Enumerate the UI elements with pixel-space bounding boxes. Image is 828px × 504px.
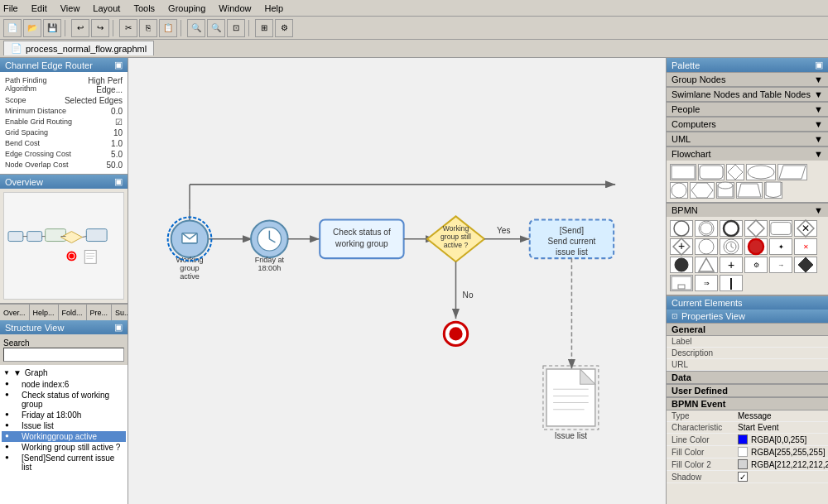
tree-item-issue-list[interactable]: Issue list — [2, 420, 126, 431]
uml-header[interactable]: UML ▼ — [667, 132, 828, 146]
svg-text:Issue list: Issue list — [555, 431, 588, 440]
bpmn-cross[interactable]: ✕ — [794, 238, 817, 255]
flowchart-parallelogram[interactable] — [777, 164, 807, 180]
flowchart-trapezoid[interactable] — [736, 182, 763, 199]
undo-button[interactable]: ↩ — [71, 19, 89, 37]
fit-button[interactable]: ⊡ — [227, 19, 245, 37]
general-section-header[interactable]: General — [667, 324, 828, 336]
flowchart-rounded-rect[interactable] — [698, 164, 724, 180]
computers-header[interactable]: Computers ▼ — [667, 117, 828, 131]
bpmn-plus-gateway[interactable]: + — [670, 238, 693, 255]
paste-button[interactable]: 📋 — [159, 19, 177, 37]
svg-point-73 — [724, 221, 739, 236]
left-tabs: Over... Help... Fold... Pre... Su... — [0, 304, 128, 320]
save-button[interactable]: 💾 — [43, 19, 61, 37]
svg-marker-87 — [699, 258, 714, 271]
people-header[interactable]: People ▼ — [667, 102, 828, 116]
new-button[interactable]: 📄 — [3, 19, 22, 37]
flowchart-oval[interactable] — [746, 164, 776, 180]
left-tab-pre[interactable]: Pre... — [87, 305, 113, 320]
bpmn-task[interactable] — [769, 220, 792, 237]
toolbar-sep-4 — [248, 20, 252, 36]
settings-button[interactable]: ⚙ — [275, 19, 293, 37]
menu-grouping[interactable]: Grouping — [168, 3, 205, 13]
flowchart-header[interactable]: Flowchart ▼ — [667, 146, 828, 161]
props-section-bpmn-event: BPMN Event Type Message Characteristic S… — [667, 397, 828, 483]
swimlane-header[interactable]: Swimlane Nodes and Table Nodes ▼ — [667, 87, 828, 101]
bpmn-circle-task[interactable] — [695, 238, 718, 255]
right-panel: Palette ▣ Group Nodes ▼ Swimlane Nodes a… — [667, 58, 828, 504]
bpmn-intermediate[interactable] — [695, 220, 718, 237]
canvas-area[interactable]: Working group active Friday at 18:00h Ch… — [128, 58, 667, 504]
bpmn-timer-start[interactable] — [720, 238, 743, 255]
bpmn-arrow-right[interactable]: → — [769, 257, 792, 273]
left-tab-help[interactable]: Help... — [30, 305, 59, 320]
left-tab-over[interactable]: Over... — [0, 305, 30, 320]
flowchart-circle[interactable] — [670, 182, 688, 199]
computers-expand: ▼ — [814, 119, 823, 129]
menu-file[interactable]: File — [3, 3, 18, 13]
svg-point-85 — [749, 239, 763, 254]
tree-item-check-status[interactable]: Check status of working group — [2, 390, 126, 410]
left-tab-su[interactable]: Su... — [112, 305, 128, 320]
flowchart-hexagon[interactable] — [690, 182, 715, 199]
overview-header[interactable]: Overview ▣ — [0, 175, 128, 189]
copy-button[interactable]: ⎘ — [139, 19, 157, 37]
main-tab[interactable]: 📄 process_normal_flow.graphml — [3, 41, 154, 55]
flowchart-rect[interactable] — [670, 164, 696, 180]
bpmn-circle-filled[interactable] — [670, 257, 693, 273]
open-button[interactable]: 📂 — [23, 19, 41, 37]
bpmn-diamond-filled[interactable] — [794, 257, 817, 273]
tree-graph-group[interactable]: ▼ Graph — [2, 367, 126, 379]
menu-window[interactable]: Window — [219, 3, 251, 13]
bpmn-pipe[interactable]: | — [720, 275, 743, 291]
bpmn-plus[interactable]: + — [720, 257, 743, 273]
props-section-user-defined: User Defined — [667, 384, 828, 397]
menu-layout[interactable]: Layout — [93, 3, 120, 13]
menu-view[interactable]: View — [60, 3, 80, 13]
zoom-in-button[interactable]: 🔍 — [187, 19, 205, 37]
bpmn-star[interactable]: ✦ — [769, 238, 792, 255]
svg-rect-75 — [771, 223, 791, 235]
tree-item-node-index[interactable]: node index:6 — [2, 379, 126, 390]
tree-item-send[interactable]: [Send]Send current issue list — [2, 453, 126, 473]
group-nodes-label: Group Nodes — [672, 74, 725, 84]
svg-text:No: No — [463, 290, 474, 300]
bpmn-triangle[interactable] — [695, 257, 718, 273]
shadow-checkbox[interactable]: ✓ — [738, 472, 748, 482]
bpmn-start-event[interactable] — [670, 220, 693, 237]
bpmn-gateway[interactable] — [744, 220, 768, 237]
flowchart-cylinder[interactable] — [716, 182, 734, 199]
bpmn-x-gateway[interactable]: ✕ — [794, 220, 817, 237]
flowchart-document[interactable] — [764, 182, 782, 199]
tree-item-friday[interactable]: Friday at 18:00h — [2, 410, 126, 420]
group-nodes-header[interactable]: Group Nodes ▼ — [667, 72, 828, 86]
menu-edit[interactable]: Edit — [31, 3, 47, 13]
channel-edge-router-header[interactable]: Channel Edge Router ▣ — [0, 58, 128, 72]
bpmn-message-end[interactable] — [744, 238, 768, 255]
bpmn-gear[interactable]: ⚙ — [744, 257, 768, 273]
menu-help[interactable]: Help — [264, 3, 283, 13]
palette-section-uml: UML ▼ — [667, 132, 828, 146]
bpmn-end-event[interactable] — [720, 220, 743, 237]
prop-characteristic: Characteristic Start Event — [667, 422, 828, 434]
search-input[interactable] — [3, 348, 124, 362]
data-section-header[interactable]: Data — [667, 372, 828, 384]
bpmn-arrow-double[interactable]: ⇒ — [695, 275, 718, 291]
user-defined-section-header[interactable]: User Defined — [667, 385, 828, 397]
redo-button[interactable]: ↪ — [91, 19, 109, 37]
zoom-out-button[interactable]: 🔍 — [207, 19, 225, 37]
left-tab-fold[interactable]: Fold... — [59, 305, 87, 320]
tree-item-still-active[interactable]: Working group still active ? — [2, 442, 126, 453]
svg-rect-4 — [86, 229, 107, 242]
bpmn-header[interactable]: BPMN ▼ — [667, 203, 828, 217]
layout-button[interactable]: ⊞ — [255, 19, 273, 37]
svg-point-86 — [675, 258, 688, 271]
flowchart-diamond[interactable] — [726, 164, 744, 180]
tree-item-working-group-active[interactable]: Workinggroup active — [2, 431, 126, 442]
bpmn-event-section-header[interactable]: BPMN Event — [667, 398, 828, 410]
cut-button[interactable]: ✂ — [119, 19, 137, 37]
menu-tools[interactable]: Tools — [133, 3, 155, 13]
structure-title: Structure View — [5, 323, 64, 333]
bpmn-subprocess[interactable] — [670, 275, 693, 291]
